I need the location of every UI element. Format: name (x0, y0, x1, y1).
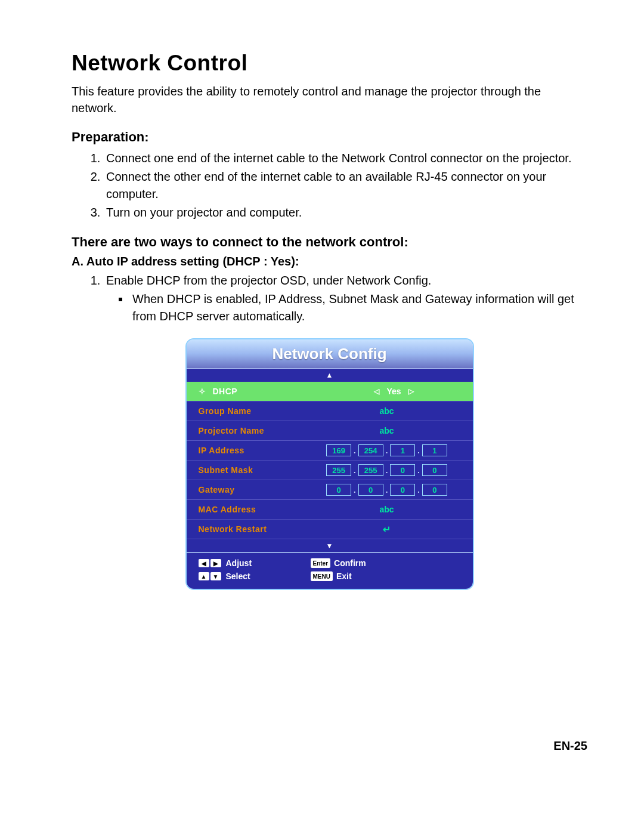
osd-window: Network Config ▲ ✧ DHCP ◁ Yes ▷ Group Na… (185, 338, 474, 590)
dhcp-steps: Enable DHCP from the projector OSD, unde… (72, 272, 587, 325)
dhcp-note: When DHCP is enabled, IP Address, Subnet… (130, 291, 587, 325)
preparation-heading: Preparation: (72, 129, 587, 145)
menu-item-group-name[interactable]: Group Name abc (187, 401, 473, 421)
prep-step-2: Connect the other end of the internet ca… (104, 168, 587, 203)
prep-step-1: Connect one end of the internet cable to… (104, 150, 587, 167)
ways-heading: There are two ways to connect to the net… (72, 234, 587, 250)
key-left-icon: ◀ (199, 559, 209, 567)
prep-step-3: Turn on your projector and computer. (104, 204, 587, 221)
preparation-list: Connect one end of the internet cable to… (72, 150, 587, 221)
menu-item-gateway[interactable]: Gateway 0. 0. 0. 0 (187, 480, 473, 500)
menu-key-label: MENU (311, 571, 333, 581)
dhcp-step-1: Enable DHCP from the projector OSD, unde… (104, 272, 587, 325)
arrow-right-icon: ▷ (404, 387, 419, 395)
page-title: Network Control (72, 51, 587, 76)
key-up-icon: ▲ (199, 572, 209, 580)
menu-item-dhcp[interactable]: ✧ DHCP ◁ Yes ▷ (187, 382, 473, 401)
scroll-up-icon: ▲ (187, 369, 473, 382)
key-down-icon: ▼ (210, 572, 221, 580)
arrow-left-icon: ◁ (369, 387, 384, 395)
menu-item-subnet-mask[interactable]: Subnet Mask 255. 255. 0. 0 (187, 461, 473, 480)
menu-item-projector-name[interactable]: Projector Name abc (187, 421, 473, 441)
osd-title: Network Config (187, 339, 473, 369)
intro-text: This feature provides the ability to rem… (72, 83, 587, 116)
scroll-down-icon: ▼ (187, 539, 473, 552)
menu-item-network-restart[interactable]: Network Restart ↵ (187, 520, 473, 539)
dhcp-icon: ✧ (199, 387, 209, 396)
osd-footer: ◀▶ Adjust Enter Confirm ▲▼ Select MENU E… (187, 552, 473, 589)
sub-a-heading: A. Auto IP address setting (DHCP : Yes): (72, 255, 587, 268)
menu-item-ip-address[interactable]: IP Address 169. 254. 1. 1 (187, 441, 473, 461)
enter-icon: ↵ (383, 524, 391, 535)
enter-key-label: Enter (311, 558, 331, 568)
key-right-icon: ▶ (210, 559, 221, 567)
menu-item-mac-address[interactable]: MAC Address abc (187, 500, 473, 520)
page-number: EN-25 (72, 739, 587, 753)
